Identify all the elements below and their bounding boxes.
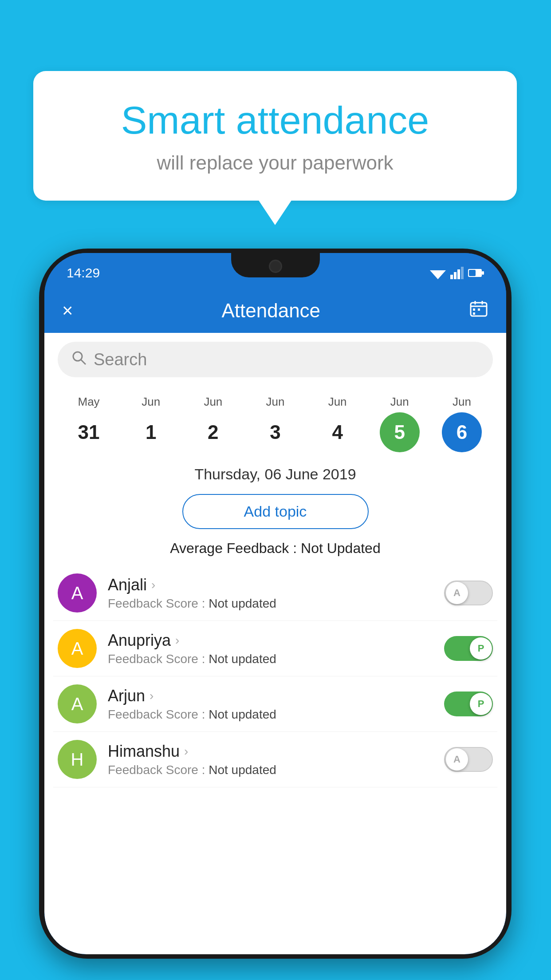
cal-month: Jun — [204, 395, 222, 409]
cal-month: May — [78, 395, 100, 409]
feedback-score: Feedback Score : Not updated — [108, 763, 444, 777]
cal-date: 4 — [318, 412, 358, 452]
battery-icon — [468, 268, 484, 278]
student-name: Anjali › — [108, 576, 444, 594]
student-list: AAnjali ›Feedback Score : Not updatedAAA… — [44, 565, 506, 787]
speech-bubble: Smart attendance will replace your paper… — [33, 71, 517, 201]
student-info: Himanshu ›Feedback Score : Not updated — [108, 742, 444, 777]
close-button[interactable]: × — [62, 300, 73, 321]
calendar-day[interactable]: Jun3 — [255, 395, 295, 452]
status-time: 14:29 — [67, 265, 100, 281]
speech-bubble-container: Smart attendance will replace your paper… — [33, 71, 517, 201]
signal-icon — [450, 267, 464, 279]
student-item[interactable]: AAnupriya ›Feedback Score : Not updatedP — [53, 621, 497, 676]
feedback-value: Not updated — [209, 652, 276, 666]
chevron-right-icon: › — [175, 633, 179, 648]
cal-date: 6 — [442, 412, 482, 452]
cal-month: Jun — [453, 395, 471, 409]
avg-feedback-value: Not Updated — [301, 540, 381, 556]
camera — [269, 260, 282, 273]
wifi-icon — [430, 267, 446, 279]
cal-month: Jun — [266, 395, 285, 409]
svg-rect-3 — [454, 272, 457, 279]
cal-date: 5 — [380, 412, 420, 452]
phone-content: Search May31Jun1Jun2Jun3Jun4Jun5Jun6 Thu… — [44, 333, 506, 954]
search-container: Search — [44, 333, 506, 386]
student-name: Arjun › — [108, 687, 444, 705]
student-info: Arjun ›Feedback Score : Not updated — [108, 687, 444, 722]
feedback-value: Not updated — [209, 707, 276, 721]
feedback-value: Not updated — [209, 597, 276, 610]
cal-date: 2 — [193, 412, 233, 452]
page-title: Attendance — [221, 300, 320, 322]
cal-date: 31 — [69, 412, 109, 452]
avg-feedback-label: Average Feedback : — [170, 540, 297, 556]
cal-date: 3 — [255, 412, 295, 452]
avatar: H — [58, 740, 97, 779]
calendar-day[interactable]: Jun6 — [442, 395, 482, 452]
cal-month: Jun — [390, 395, 409, 409]
avatar: A — [58, 573, 97, 612]
student-info: Anupriya ›Feedback Score : Not updated — [108, 631, 444, 666]
cal-date: 1 — [131, 412, 171, 452]
calendar-day[interactable]: May31 — [69, 395, 109, 452]
attendance-toggle[interactable]: P — [444, 636, 493, 661]
status-icons — [430, 267, 484, 279]
feedback-value: Not updated — [209, 763, 276, 777]
student-name: Himanshu › — [108, 742, 444, 761]
attendance-toggle[interactable]: A — [444, 581, 493, 605]
feedback-score: Feedback Score : Not updated — [108, 652, 444, 666]
search-icon — [71, 350, 87, 370]
svg-rect-5 — [461, 267, 464, 279]
toggle-thumb: A — [446, 582, 468, 604]
toggle-thumb: A — [446, 748, 468, 771]
add-topic-button[interactable]: Add topic — [182, 494, 369, 529]
chevron-right-icon: › — [151, 578, 155, 592]
svg-marker-1 — [433, 273, 443, 279]
toggle-thumb: P — [470, 693, 492, 715]
chevron-right-icon: › — [184, 744, 188, 759]
toggle-container[interactable]: A — [444, 747, 493, 772]
avatar: A — [58, 684, 97, 723]
cal-month: Jun — [142, 395, 160, 409]
speech-bubble-title: Smart attendance — [69, 98, 481, 143]
svg-rect-14 — [478, 308, 480, 311]
student-item[interactable]: HHimanshu ›Feedback Score : Not updatedA — [53, 732, 497, 787]
search-input-placeholder: Search — [94, 350, 147, 369]
app-header: × Attendance — [44, 288, 506, 333]
chevron-right-icon: › — [150, 689, 153, 703]
search-bar[interactable]: Search — [58, 342, 493, 377]
attendance-toggle[interactable]: P — [444, 692, 493, 716]
selected-date-label: Thursday, 06 June 2019 — [44, 461, 506, 487]
calendar-icon[interactable] — [469, 299, 488, 323]
calendar-svg — [469, 299, 488, 319]
calendar-day[interactable]: Jun2 — [193, 395, 233, 452]
avatar: A — [58, 629, 97, 668]
svg-rect-4 — [457, 269, 460, 279]
student-item[interactable]: AAnjali ›Feedback Score : Not updatedA — [53, 565, 497, 621]
toggle-thumb: P — [470, 637, 492, 660]
svg-rect-13 — [473, 308, 475, 311]
student-name: Anupriya › — [108, 631, 444, 650]
speech-bubble-subtitle: will replace your paperwork — [69, 152, 481, 174]
search-svg — [71, 350, 87, 366]
phone-notch — [231, 253, 320, 277]
toggle-container[interactable]: P — [444, 692, 493, 716]
svg-rect-7 — [482, 271, 484, 275]
svg-rect-2 — [450, 275, 453, 279]
svg-line-17 — [81, 360, 86, 364]
svg-rect-8 — [469, 270, 476, 276]
attendance-toggle[interactable]: A — [444, 747, 493, 772]
calendar-day[interactable]: Jun1 — [131, 395, 171, 452]
toggle-container[interactable]: P — [444, 636, 493, 661]
phone-mockup: 14:29 — [39, 249, 512, 959]
feedback-score: Feedback Score : Not updated — [108, 597, 444, 611]
phone-frame: 14:29 — [39, 249, 512, 959]
toggle-container[interactable]: A — [444, 581, 493, 605]
cal-month: Jun — [328, 395, 347, 409]
inner-screen: 14:29 — [44, 253, 506, 954]
calendar-day[interactable]: Jun4 — [318, 395, 358, 452]
average-feedback: Average Feedback : Not Updated — [44, 536, 506, 565]
calendar-day[interactable]: Jun5 — [380, 395, 420, 452]
student-item[interactable]: AArjun ›Feedback Score : Not updatedP — [53, 676, 497, 732]
